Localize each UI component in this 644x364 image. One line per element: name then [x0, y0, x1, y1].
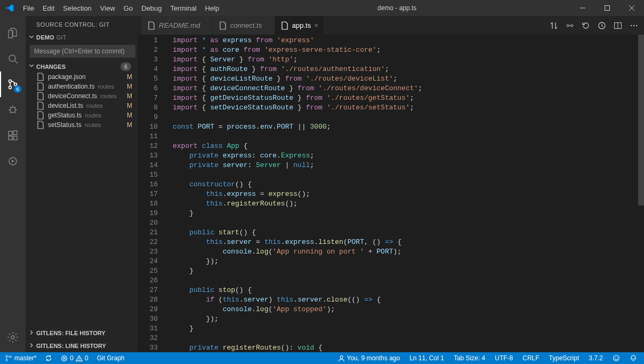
- file-status: M: [127, 73, 133, 81]
- menu-selection[interactable]: Selection: [59, 0, 95, 16]
- changes-header[interactable]: CHANGES 6: [26, 61, 138, 72]
- revision-icon[interactable]: [596, 20, 608, 31]
- svg-rect-1: [605, 6, 610, 11]
- file-path: routes: [86, 102, 103, 109]
- menu-edit[interactable]: Edit: [38, 0, 59, 16]
- code-editor[interactable]: 1234567891011121314151617181920212223242…: [138, 35, 644, 352]
- status-bell[interactable]: [628, 352, 639, 364]
- menu-go[interactable]: Go: [119, 0, 137, 16]
- file-icon: [219, 21, 227, 30]
- more-icon[interactable]: [628, 20, 640, 31]
- svg-point-24: [636, 25, 637, 26]
- commit-message-input[interactable]: [30, 45, 135, 58]
- changed-file[interactable]: deviceConnect.tsroutesM: [26, 91, 138, 101]
- file-name: deviceList.ts: [48, 102, 83, 109]
- open-changes-icon[interactable]: [564, 20, 576, 31]
- status-ts-version[interactable]: 3.7.2: [587, 352, 605, 364]
- window-controls: [570, 0, 644, 16]
- tab-connect[interactable]: connect.ts ×: [213, 16, 275, 35]
- file-path: routes: [98, 83, 114, 90]
- svg-point-32: [79, 360, 79, 360]
- menu-help[interactable]: Help: [201, 0, 224, 16]
- search-icon[interactable]: [0, 46, 26, 72]
- split-editor-icon[interactable]: [612, 20, 624, 31]
- tab-app[interactable]: app.ts ×: [275, 16, 324, 35]
- menu-bar: File Edit Selection View Go Debug Termin…: [19, 0, 223, 16]
- chevron-down-icon: [28, 62, 35, 71]
- changed-file[interactable]: authentication.tsroutesM: [26, 82, 138, 91]
- svg-point-15: [11, 336, 14, 339]
- extensions-icon[interactable]: [0, 123, 26, 148]
- editor-group: README.md × connect.ts × app.ts ×: [138, 16, 644, 352]
- maximize-button[interactable]: [595, 0, 619, 16]
- file-status: M: [127, 102, 133, 109]
- svg-point-27: [10, 356, 11, 358]
- window-title: demo - app.ts: [223, 4, 570, 12]
- repo-header[interactable]: DEMO GIT: [26, 31, 138, 44]
- status-sync[interactable]: [43, 352, 54, 364]
- tab-readme[interactable]: README.md ×: [142, 16, 213, 35]
- warning-icon: [76, 355, 83, 362]
- status-tabsize[interactable]: Tab Size: 4: [452, 352, 487, 364]
- file-name: authentication.ts: [48, 83, 94, 90]
- status-eol[interactable]: CRLF: [521, 352, 541, 364]
- tab-bar: README.md × connect.ts × app.ts ×: [138, 16, 644, 35]
- status-cursor[interactable]: Ln 11, Col 1: [408, 352, 446, 364]
- liveshare-icon[interactable]: [0, 148, 26, 174]
- file-icon: [36, 121, 45, 129]
- vertical-scrollbar[interactable]: [638, 35, 644, 352]
- gitlens-line-history[interactable]: GITLENS: LINE HISTORY: [26, 339, 138, 352]
- changed-file[interactable]: deviceList.tsroutesM: [26, 101, 138, 110]
- status-git-graph[interactable]: Git Graph: [95, 352, 126, 364]
- discard-icon[interactable]: [580, 20, 592, 31]
- compare-icon[interactable]: [548, 20, 560, 31]
- file-name: package.json: [48, 73, 86, 81]
- status-encoding[interactable]: UTF-8: [493, 352, 514, 364]
- changes-label: CHANGES: [36, 64, 120, 70]
- file-icon: [36, 82, 45, 91]
- file-status: M: [127, 92, 133, 100]
- repo-name: DEMO: [36, 34, 54, 41]
- svg-point-35: [615, 357, 616, 358]
- status-blame[interactable]: You, 9 months ago: [336, 352, 402, 364]
- scrollbar-thumb[interactable]: [638, 35, 644, 205]
- chevron-right-icon: [28, 342, 35, 350]
- close-icon[interactable]: ×: [314, 21, 318, 29]
- svg-line-5: [15, 61, 18, 64]
- source-control-icon[interactable]: 6: [0, 72, 26, 97]
- status-problems[interactable]: 0 0: [59, 352, 90, 364]
- branch-icon: [5, 354, 12, 362]
- person-icon: [338, 355, 345, 362]
- editor-actions: [544, 16, 644, 35]
- svg-point-22: [631, 25, 632, 26]
- svg-point-25: [6, 355, 7, 357]
- title-bar: File Edit Selection View Go Debug Termin…: [0, 0, 644, 16]
- menu-file[interactable]: File: [19, 0, 38, 16]
- gitlens-file-history[interactable]: GITLENS: FILE HISTORY: [26, 327, 138, 339]
- close-button[interactable]: [619, 0, 644, 16]
- changed-file[interactable]: getStatus.tsroutesM: [26, 110, 138, 120]
- file-icon: [36, 92, 45, 100]
- status-branch[interactable]: master*: [3, 352, 38, 364]
- svg-rect-10: [9, 131, 12, 135]
- file-status: M: [127, 121, 133, 129]
- svg-rect-11: [9, 136, 12, 140]
- changed-file[interactable]: setStatus.tsroutesM: [26, 120, 138, 130]
- menu-view[interactable]: View: [96, 0, 119, 16]
- svg-point-36: [617, 357, 617, 358]
- svg-point-7: [9, 86, 12, 89]
- explorer-icon[interactable]: [0, 20, 26, 46]
- minimize-button[interactable]: [570, 0, 595, 16]
- debug-icon[interactable]: [0, 97, 26, 123]
- changes-count: 6: [120, 62, 131, 71]
- smiley-icon: [613, 354, 620, 362]
- repo-kind: GIT: [57, 34, 67, 41]
- status-language[interactable]: TypeScript: [548, 352, 581, 364]
- menu-debug[interactable]: Debug: [137, 0, 166, 16]
- menu-terminal[interactable]: Terminal: [166, 0, 200, 16]
- code-content[interactable]: import * as express from 'express'import…: [167, 35, 422, 352]
- commit-message-box: [30, 45, 135, 58]
- status-feedback[interactable]: [611, 352, 622, 364]
- settings-icon[interactable]: [0, 325, 26, 350]
- changed-file[interactable]: package.jsonM: [26, 72, 138, 82]
